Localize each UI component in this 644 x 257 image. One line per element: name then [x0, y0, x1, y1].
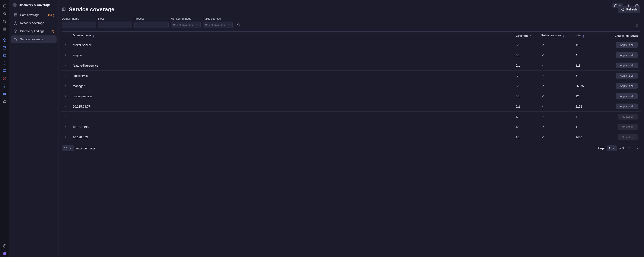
cloud-icon[interactable] [1, 98, 8, 105]
apply-to-all-button[interactable]: Apply to all [616, 104, 638, 109]
expand-row-button[interactable] [61, 71, 70, 81]
svg-point-21 [4, 86, 5, 87]
table-row: engine 0/1 4 Apply to all [61, 50, 641, 60]
nav-service-coverage[interactable]: Service coverage [11, 36, 56, 43]
cell-public [538, 50, 572, 60]
filter-process-label: Process [134, 17, 168, 20]
col-coverage[interactable]: Coverage ↑ [513, 32, 538, 40]
cell-coverage: 1/1 [513, 132, 538, 142]
recent-icon[interactable] [1, 242, 8, 249]
settings-icon[interactable] [1, 83, 8, 90]
check-icon [541, 136, 545, 139]
select-placeholder: Select an option [205, 24, 225, 27]
svg-point-5 [4, 28, 4, 28]
svg-rect-27 [14, 15, 17, 16]
filter-monitoring-select[interactable]: Select an option [171, 22, 200, 28]
cell-hits: 119 [572, 40, 598, 50]
apply-to-all-button[interactable]: Apply to all [616, 73, 638, 78]
cell-coverage: 0/1 [513, 91, 538, 102]
sidebar-header: Discovery & Coverage [10, 0, 58, 10]
monitor-icon[interactable] [1, 68, 8, 74]
col-domain[interactable]: Domain name ▲▼ [70, 32, 513, 40]
cell-coverage: 0/2 [513, 102, 538, 112]
expand-row-button[interactable] [61, 102, 70, 112]
svg-rect-16 [3, 70, 6, 72]
svg-rect-26 [14, 14, 17, 15]
nav-host-coverage[interactable]: Host coverage (43%) [11, 11, 56, 19]
layers-icon[interactable] [1, 52, 8, 59]
expand-row-button[interactable] [61, 112, 70, 122]
sparkle-icon[interactable] [1, 60, 8, 66]
alert-icon[interactable] [1, 75, 8, 82]
expand-row-button[interactable] [61, 122, 70, 132]
filter-domain-input[interactable] [62, 22, 96, 28]
expand-row-button[interactable] [61, 81, 70, 91]
expand-row-button[interactable] [61, 40, 70, 50]
logo-icon[interactable] [1, 2, 8, 10]
nav-label: Host coverage [20, 13, 44, 17]
reset-filters-button[interactable] [235, 22, 242, 28]
svg-point-32 [16, 40, 17, 40]
avatar-icon[interactable] [1, 250, 8, 257]
no-action-button: No action [618, 124, 638, 130]
apply-to-all-button[interactable]: Apply to all [616, 93, 638, 99]
cell-hits: 5 [572, 71, 598, 81]
nav-discovery-findings[interactable]: Discovery findings (3) [11, 27, 56, 35]
target-icon[interactable] [1, 18, 8, 25]
nav-label: Network coverage [20, 21, 54, 25]
deploy-dropdown[interactable] [612, 3, 623, 8]
svg-point-12 [4, 30, 5, 30]
add-button[interactable] [625, 2, 632, 9]
search-icon[interactable] [1, 10, 8, 17]
col-hits[interactable]: Hits ▲▼ [572, 32, 598, 40]
expand-row-button[interactable] [61, 60, 70, 71]
icon-rail: A [0, 0, 10, 257]
filter-public-select[interactable]: Select an option [203, 22, 232, 28]
apply-to-all-button[interactable]: Apply to all [616, 52, 638, 58]
next-page-button[interactable] [634, 145, 640, 151]
rows-per-page-select[interactable]: 10 [62, 145, 74, 151]
main-content: Service coverage Refresh Domain name Hos… [58, 0, 644, 257]
svg-rect-0 [4, 5, 6, 7]
collapse-icon[interactable] [62, 7, 66, 12]
expand-row-button[interactable] [61, 91, 70, 102]
chart-icon[interactable] [1, 44, 8, 51]
filter-process-input[interactable] [134, 22, 168, 28]
sort-icon: ▲▼ [92, 35, 95, 38]
bulb-icon [14, 29, 18, 33]
col-public[interactable]: Public sources ▲▼ [538, 32, 572, 40]
cell-domain: 10.128.0.22 [70, 132, 513, 142]
cell-hits: 12 [572, 91, 598, 102]
check-icon [541, 105, 545, 108]
cell-domain: 20.215.64.77 [70, 102, 513, 112]
filter-host-input[interactable] [98, 22, 132, 28]
nav-count: (3) [50, 30, 54, 33]
apply-to-all-button[interactable]: Apply to all [616, 42, 638, 48]
svg-rect-37 [62, 8, 65, 11]
table-row: feature-flag-service 0/1 118 Apply to al… [61, 60, 641, 71]
letter-a-icon[interactable]: A [1, 90, 8, 97]
apply-to-all-button[interactable]: Apply to all [616, 83, 638, 89]
apps-icon[interactable] [1, 26, 8, 32]
cell-hits: 2152 [572, 102, 598, 112]
cell-domain: 10.1.97.195 [70, 122, 513, 132]
download-button[interactable] [633, 22, 640, 28]
prev-page-button[interactable] [626, 145, 632, 151]
page-select[interactable]: 1 [607, 145, 617, 151]
filter-domain-label: Domain name [62, 17, 96, 20]
apply-to-all-button[interactable]: Apply to all [616, 62, 638, 68]
nav-network-coverage[interactable]: Network coverage [11, 19, 56, 27]
help-button[interactable] [634, 2, 640, 9]
table-row: loginservice 0/1 5 Apply to all [61, 71, 641, 81]
nav-label: Discovery findings [20, 30, 48, 33]
cell-domain [70, 112, 513, 122]
cell-public [538, 102, 572, 112]
sort-up-icon: ↑ [530, 34, 532, 37]
expand-row-button[interactable] [61, 132, 70, 142]
expand-row-button[interactable] [61, 50, 70, 60]
cube-icon[interactable] [1, 37, 8, 44]
rows-value: 10 [64, 147, 68, 150]
svg-point-20 [5, 79, 5, 80]
page-title: Service coverage [69, 6, 114, 13]
cell-domain: loginservice [70, 71, 513, 81]
